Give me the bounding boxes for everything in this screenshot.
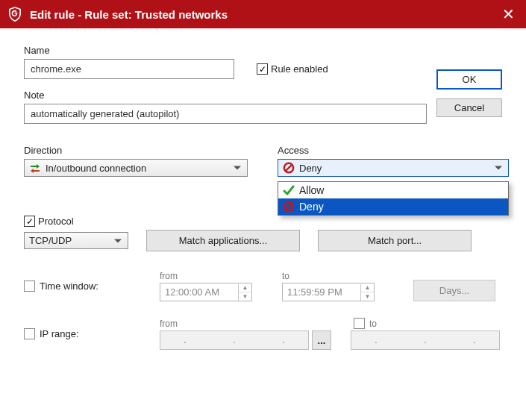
- ip-sep-dot: .: [473, 335, 475, 345]
- ok-button[interactable]: OK: [436, 69, 502, 90]
- svg-line-3: [286, 204, 292, 210]
- ip-sep-dot: .: [233, 335, 235, 345]
- deny-icon: [283, 201, 295, 213]
- name-input[interactable]: chrome.exe: [24, 59, 234, 79]
- time-from-value: 12:00:00 AM: [160, 283, 238, 301]
- protocol-select-value: TCP/UDP: [29, 235, 72, 246]
- access-option-allow-label: Allow: [299, 184, 324, 196]
- rule-enabled-checkbox[interactable]: ✓: [257, 63, 268, 75]
- ip-from-input[interactable]: . . .: [160, 330, 309, 350]
- name-label: Name: [24, 45, 502, 56]
- rule-enabled-label: Rule enabled: [271, 63, 328, 75]
- svg-line-1: [286, 165, 292, 171]
- time-from-input[interactable]: 12:00:00 AM ▲▼: [160, 283, 252, 301]
- access-select-value: Deny: [299, 163, 322, 174]
- ip-to-input[interactable]: . . .: [351, 330, 500, 350]
- note-label: Note: [24, 90, 502, 101]
- access-option-deny-label: Deny: [299, 201, 324, 213]
- app-shield-icon: [6, 5, 24, 23]
- cancel-button[interactable]: Cancel: [436, 98, 502, 117]
- ip-from-browse-button[interactable]: ...: [312, 330, 331, 350]
- allow-icon: [283, 184, 295, 196]
- dialog-body: OK Cancel Name chrome.exe ✓ Rule enabled…: [0, 28, 526, 357]
- access-label: Access: [278, 145, 509, 156]
- chevron-down-icon: [495, 166, 502, 170]
- protocol-header: ✓ Protocol: [24, 216, 502, 227]
- access-option-deny[interactable]: Deny: [278, 198, 508, 215]
- ip-range-label: IP range:: [40, 328, 79, 339]
- note-section: Note automatically generated (autopilot): [24, 90, 502, 124]
- ip-from-label: from: [160, 319, 331, 329]
- chevron-down-icon: [114, 239, 122, 242]
- access-select[interactable]: Deny: [278, 159, 509, 177]
- close-button[interactable]: ✕: [498, 4, 519, 25]
- time-window-label: Time window:: [40, 280, 98, 292]
- titlebar: Edit rule - Rule set: Trusted networks ✕: [0, 0, 526, 28]
- ip-sep-dot: .: [424, 335, 426, 345]
- time-to-spinner[interactable]: ▲▼: [360, 284, 374, 301]
- ip-to-checkbox[interactable]: [354, 318, 365, 329]
- chevron-down-icon: [234, 166, 241, 170]
- time-to-value: 11:59:59 PM: [283, 283, 360, 301]
- access-dropdown-list: Allow Deny: [278, 181, 509, 216]
- time-from-spinner[interactable]: ▲▼: [238, 284, 251, 301]
- protocol-line: TCP/UDP Match applications... Match port…: [24, 230, 502, 251]
- deny-icon: [283, 162, 295, 174]
- time-to-input[interactable]: 11:59:59 PM ▲▼: [282, 283, 375, 301]
- direction-select[interactable]: In/outbound connection: [24, 159, 248, 177]
- note-input[interactable]: automatically generated (autopilot): [24, 104, 427, 124]
- inout-arrows-icon: [29, 162, 41, 174]
- dialog-action-column: OK Cancel: [436, 69, 502, 117]
- time-from-label: from: [160, 271, 252, 281]
- ip-range-checkbox[interactable]: [24, 328, 35, 339]
- days-button[interactable]: Days...: [413, 280, 495, 301]
- ip-sep-dot: .: [282, 335, 284, 345]
- name-section: Name chrome.exe ✓ Rule enabled: [24, 45, 502, 79]
- direction-access-row: Direction In/outbound connection Access …: [24, 145, 502, 177]
- ip-sep-dot: .: [184, 335, 186, 345]
- time-window-checkbox[interactable]: [24, 280, 35, 292]
- window-title: Edit rule - Rule set: Trusted networks: [30, 8, 498, 21]
- match-applications-button[interactable]: Match applications...: [146, 230, 300, 251]
- protocol-select[interactable]: TCP/UDP: [24, 232, 128, 249]
- ip-sep-dot: .: [375, 335, 377, 345]
- access-option-allow[interactable]: Allow: [278, 182, 508, 198]
- direction-select-value: In/outbound connection: [46, 163, 146, 174]
- protocol-checkbox[interactable]: ✓: [24, 216, 35, 227]
- match-port-button[interactable]: Match port...: [318, 230, 472, 251]
- time-to-label: to: [282, 271, 375, 281]
- ip-to-label: to: [369, 319, 377, 329]
- direction-label: Direction: [24, 145, 248, 156]
- protocol-label: Protocol: [38, 216, 74, 227]
